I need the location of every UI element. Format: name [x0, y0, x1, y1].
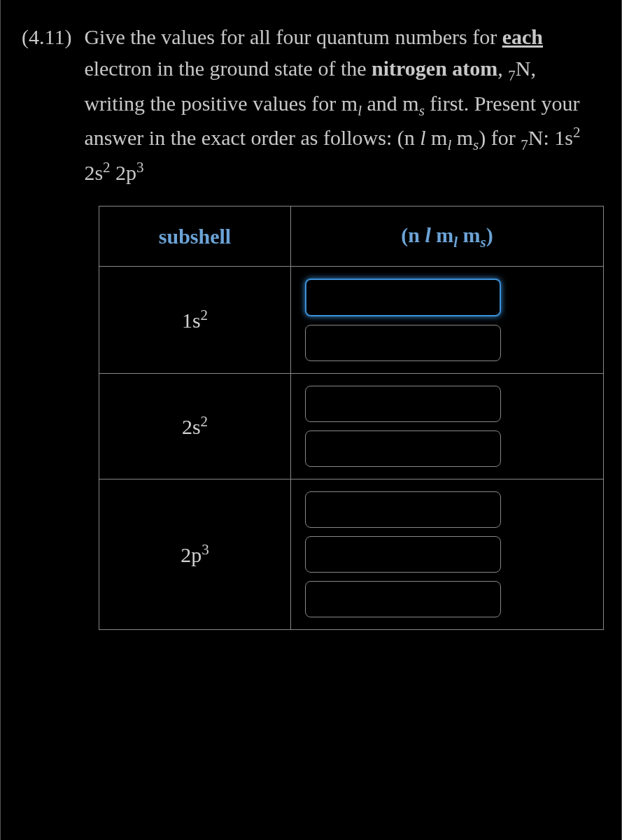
subshell-superscript: 2 — [201, 307, 208, 323]
q-text-1: Give the values for all four quantum num… — [84, 25, 502, 48]
subshell-label: 2s2 — [182, 415, 208, 438]
q-ms-sub: s — [419, 102, 425, 119]
question-container: (4.11) Give the values for all four quan… — [0, 0, 622, 840]
question-number: (4.11) — [22, 21, 71, 188]
q-nitrogen: nitrogen atom — [372, 57, 497, 80]
hdr-pre: (n — [401, 223, 425, 246]
q-text-9: ) for — [479, 126, 521, 149]
q-colon: : 1s — [543, 126, 573, 149]
table-row: 2s2 — [99, 374, 604, 479]
quantum-input[interactable] — [305, 581, 501, 617]
q-n: N — [516, 57, 531, 80]
subshell-label: 2p3 — [181, 543, 209, 566]
q-text-3: , — [497, 57, 508, 80]
q-sup2b: 2 — [103, 159, 111, 176]
quantum-input[interactable] — [305, 279, 501, 316]
q-n2: N — [528, 126, 544, 149]
quantum-input[interactable] — [305, 430, 501, 467]
subshell-cell: 2p3 — [99, 479, 291, 630]
q-text-8: m — [451, 126, 473, 149]
quantum-input[interactable] — [305, 536, 501, 573]
answer-table: subshell (n l ml ms) 1s22s22p3 — [99, 206, 604, 631]
q-text-2: electron in the ground state of the — [84, 57, 372, 80]
quantum-input[interactable] — [305, 325, 501, 361]
input-stack — [305, 275, 589, 365]
q-sp1: 2s — [84, 161, 103, 184]
answer-cell — [290, 479, 603, 630]
input-stack — [305, 382, 589, 470]
subshell-superscript: 3 — [202, 541, 209, 558]
quantum-input[interactable] — [305, 386, 501, 422]
header-quantum: (n l ml ms) — [290, 206, 603, 267]
hdr-ssub: s — [481, 234, 486, 251]
q-sup3: 3 — [136, 159, 144, 176]
quantum-input[interactable] — [305, 491, 501, 528]
q-l: l — [420, 126, 425, 149]
table-body: 1s22s22p3 — [99, 267, 604, 630]
subshell-cell: 1s2 — [99, 267, 291, 374]
q-text-7: m — [426, 126, 448, 149]
hdr-mid2: m — [458, 223, 481, 246]
q-sp2: 2p — [111, 161, 137, 184]
hdr-post: ) — [486, 223, 493, 246]
answer-cell — [290, 374, 603, 479]
subshell-superscript: 2 — [201, 413, 208, 430]
q-text-5: and m — [362, 92, 419, 115]
table-row: 2p3 — [99, 479, 604, 630]
question-wrapper: (4.11) Give the values for all four quan… — [22, 21, 604, 188]
q-seven2: 7 — [521, 136, 528, 153]
question-text: Give the values for all four quantum num… — [84, 21, 604, 188]
input-stack — [305, 488, 589, 621]
q-seven: 7 — [508, 67, 516, 84]
q-each: each — [502, 25, 543, 48]
q-sup2a: 2 — [573, 124, 581, 141]
hdr-l: l — [425, 223, 430, 246]
subshell-cell: 2s2 — [99, 374, 291, 479]
hdr-mid1: m — [431, 223, 454, 246]
answer-cell — [290, 267, 603, 374]
subshell-label: 1s2 — [182, 309, 208, 332]
table-row: 1s2 — [99, 267, 604, 374]
header-subshell: subshell — [99, 206, 291, 267]
